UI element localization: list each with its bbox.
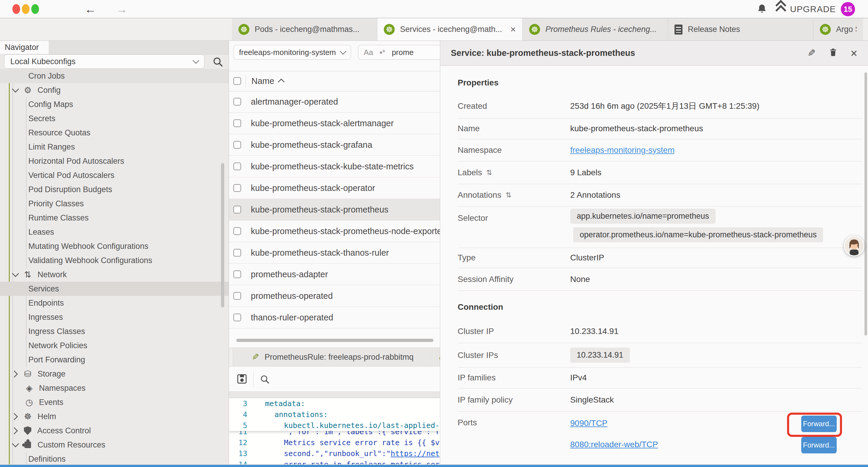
sidebar-item[interactable]: Limit Ranges bbox=[0, 140, 229, 154]
sidebar-search-icon[interactable] bbox=[212, 56, 223, 68]
row-checkbox[interactable] bbox=[234, 270, 241, 278]
tree-chevron-icon[interactable] bbox=[11, 370, 18, 377]
sidebar-item[interactable]: ⛁ Storage bbox=[0, 367, 229, 381]
assistant-avatar[interactable] bbox=[844, 236, 864, 256]
table-row[interactable]: kube-prometheus-stack-thanos-ruler bbox=[229, 242, 440, 264]
table-row[interactable]: prometheus-operated bbox=[229, 285, 440, 307]
app-tab[interactable]: ☸ Pods - icecheng@mathmas... bbox=[232, 18, 377, 40]
code-link[interactable]: https://net bbox=[391, 449, 440, 458]
sidebar-item[interactable]: Definitions bbox=[0, 452, 229, 466]
table-row[interactable]: prometheus-adapter bbox=[229, 264, 440, 285]
notification-count-badge[interactable]: 15 bbox=[841, 2, 855, 16]
sidebar-item[interactable]: Services bbox=[0, 282, 229, 296]
editor-tab-prometheusrule[interactable]: ✎ PrometheusRule: freeleaps-prod-rabbitm… bbox=[233, 348, 433, 366]
sidebar-item[interactable]: Validating Webhook Configurations bbox=[0, 253, 229, 267]
row-checkbox[interactable] bbox=[234, 314, 241, 321]
session-affinity-value: None bbox=[570, 274, 590, 284]
regex-toggle[interactable]: ▪* bbox=[380, 48, 385, 57]
namespace-link[interactable]: freeleaps-monitoring-system bbox=[570, 145, 675, 155]
row-checkbox[interactable] bbox=[234, 227, 241, 235]
sidebar-item[interactable]: Access Control bbox=[0, 424, 229, 438]
port-link-8080[interactable]: 8080:reloader-web/TCP bbox=[570, 440, 658, 449]
column-header-name[interactable]: Name bbox=[251, 71, 284, 91]
sidebar-item[interactable]: Config Maps bbox=[0, 97, 229, 111]
back-icon[interactable]: ← bbox=[85, 1, 96, 17]
save-icon[interactable] bbox=[236, 373, 248, 386]
match-case-toggle[interactable]: Aa bbox=[364, 48, 373, 57]
sidebar-item[interactable]: ☸ Helm bbox=[0, 409, 229, 424]
table-row[interactable]: kube-prometheus-stack-grafana bbox=[229, 134, 440, 156]
row-checkbox[interactable] bbox=[234, 184, 241, 192]
sidebar-item[interactable]: Horizontal Pod Autoscalers bbox=[0, 154, 229, 168]
notifications-bell-icon[interactable] bbox=[756, 3, 768, 16]
table-horizontal-scrollbar[interactable] bbox=[236, 339, 433, 342]
row-checkbox[interactable] bbox=[234, 249, 241, 257]
delete-trash-icon[interactable] bbox=[829, 47, 838, 59]
table-row[interactable]: alertmanager-operated bbox=[229, 91, 440, 113]
sidebar-item[interactable]: Runtime Classes bbox=[0, 211, 229, 225]
sidebar-item[interactable]: Ingress Classes bbox=[0, 324, 229, 339]
sidebar-item[interactable]: Vertical Pod Autoscalers bbox=[0, 168, 229, 182]
forward-port-button[interactable]: Forward... bbox=[801, 437, 837, 454]
table-row[interactable]: kube-prometheus-stack-prometheus-node-ex… bbox=[229, 221, 440, 242]
close-window-button[interactable] bbox=[12, 4, 20, 14]
namespace-selector[interactable]: freeleaps-monitoring-system bbox=[234, 45, 351, 60]
minimize-window-button[interactable] bbox=[22, 4, 30, 14]
sidebar-scrollbar[interactable] bbox=[221, 163, 224, 308]
edit-pencil-icon[interactable]: ✎ bbox=[807, 48, 816, 58]
tree-chevron-icon[interactable] bbox=[11, 413, 18, 420]
tree-chevron-icon[interactable] bbox=[11, 427, 18, 434]
sidebar-item[interactable]: Priority Classes bbox=[0, 197, 229, 211]
tree-chevron-icon[interactable] bbox=[12, 440, 19, 447]
sidebar-item[interactable]: Secrets bbox=[0, 111, 229, 126]
table-row[interactable]: kube-prometheus-stack-prometheus bbox=[229, 199, 440, 221]
editor-tab-partial[interactable]: ✎ bbox=[433, 348, 440, 366]
sidebar-item[interactable]: Endpoints bbox=[0, 296, 229, 310]
tree-chevron-icon[interactable] bbox=[12, 270, 19, 277]
sidebar-item[interactable]: Custom Resources bbox=[0, 438, 229, 452]
app-tab[interactable]: ☸ Prometheus Rules - icecheng... bbox=[523, 18, 668, 40]
close-panel-icon[interactable]: × bbox=[850, 47, 857, 59]
sidebar-item[interactable]: Network Policies bbox=[0, 339, 229, 353]
tab-navigator[interactable]: Navigator bbox=[0, 41, 49, 54]
row-checkbox[interactable] bbox=[234, 292, 241, 300]
app-tab[interactable]: ☸ Argo Se bbox=[813, 18, 863, 40]
app-tab[interactable]: ☸ Services - icecheng@math... × bbox=[377, 18, 523, 40]
panel-scrollbar[interactable] bbox=[864, 72, 867, 335]
tree-chevron-icon[interactable] bbox=[12, 85, 19, 92]
row-checkbox[interactable] bbox=[234, 163, 241, 170]
kubeconfig-selector[interactable]: Local Kubeconfigs bbox=[4, 54, 205, 68]
expand-collapse-icon[interactable]: ⇅ bbox=[505, 191, 512, 199]
upgrade-button[interactable]: UPGRADE bbox=[777, 0, 836, 18]
zoom-window-button[interactable] bbox=[31, 4, 39, 14]
sidebar-item[interactable]: ⇅ Network bbox=[0, 267, 229, 282]
sidebar-item[interactable]: Ingresses bbox=[0, 310, 229, 324]
yaml-editor[interactable]: 11 ","for":"1m","labels":{"service":"f 1… bbox=[229, 398, 440, 467]
close-tab-icon[interactable]: × bbox=[510, 24, 516, 35]
app-tab[interactable]: Release Notes bbox=[668, 18, 813, 40]
table-row[interactable]: kube-prometheus-stack-alertmanager bbox=[229, 113, 440, 134]
row-checkbox[interactable] bbox=[234, 206, 241, 213]
sidebar-item[interactable]: Port Forwarding bbox=[0, 353, 229, 367]
table-row[interactable]: kube-prometheus-stack-operator bbox=[229, 177, 440, 199]
port-link-9090[interactable]: 9090/TCP bbox=[570, 418, 608, 428]
sidebar-item[interactable]: Leases bbox=[0, 225, 229, 239]
sidebar-item[interactable]: Pod Disruption Budgets bbox=[0, 182, 229, 197]
select-all-checkbox[interactable] bbox=[234, 77, 241, 85]
sidebar-item[interactable]: Resource Quotas bbox=[0, 126, 229, 140]
editor-search-icon[interactable] bbox=[260, 374, 270, 385]
sidebar-item[interactable]: ◷ Events bbox=[0, 395, 229, 409]
row-checkbox[interactable] bbox=[234, 98, 241, 106]
sidebar-item[interactable]: ⚙ Config bbox=[0, 83, 229, 97]
row-checkbox[interactable] bbox=[234, 119, 241, 127]
search-input[interactable]: prome bbox=[392, 48, 414, 57]
expand-collapse-icon[interactable]: ⇅ bbox=[486, 169, 492, 177]
table-row[interactable]: thanos-ruler-operated bbox=[229, 307, 440, 328]
row-checkbox[interactable] bbox=[234, 141, 241, 149]
forward-icon[interactable]: → bbox=[116, 1, 128, 17]
sidebar-item[interactable]: ◈ Namespaces bbox=[0, 381, 229, 395]
sidebar-item[interactable]: Mutating Webhook Configurations bbox=[0, 239, 229, 253]
filter-search-box[interactable]: Aa ▪* prome bbox=[358, 45, 440, 60]
sidebar-item[interactable]: Cron Jobs bbox=[0, 69, 229, 83]
table-row[interactable]: kube-prometheus-stack-kube-state-metrics bbox=[229, 156, 440, 177]
